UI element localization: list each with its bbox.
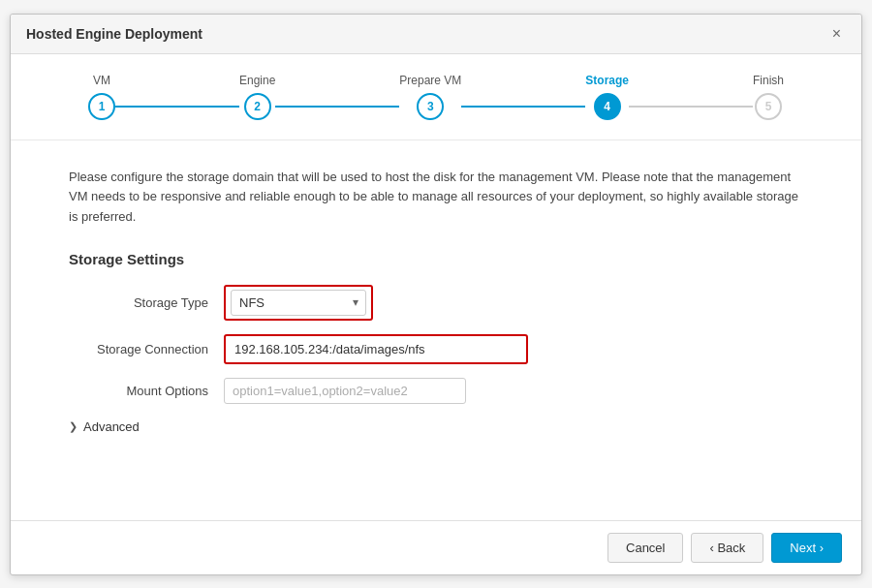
step-vm-label: VM bbox=[93, 74, 110, 87]
step-engine-bubble: 2 bbox=[244, 93, 271, 120]
step-engine-label: Engine bbox=[239, 74, 275, 87]
storage-connection-highlight bbox=[224, 334, 528, 364]
storage-connection-row: Storage Connection bbox=[69, 334, 803, 364]
dialog-content: Please configure the storage domain that… bbox=[11, 140, 861, 520]
step-storage: Storage 4 bbox=[585, 74, 629, 120]
mount-options-row: Mount Options bbox=[69, 378, 803, 404]
step-finish-label: Finish bbox=[753, 74, 784, 87]
next-button[interactable]: Next › bbox=[771, 533, 842, 563]
step-engine: Engine 2 bbox=[239, 74, 275, 120]
chevron-right-icon: ❯ bbox=[69, 420, 78, 433]
storage-type-highlight: NFS iSCSI FibreChannel POSIX bbox=[224, 285, 373, 321]
mount-options-input[interactable] bbox=[224, 378, 466, 404]
advanced-label: Advanced bbox=[83, 419, 140, 434]
hosted-engine-dialog: Hosted Engine Deployment × VM 1 Engine 2… bbox=[10, 14, 862, 575]
dialog-footer: Cancel ‹ Back Next › bbox=[11, 520, 861, 574]
connector-4-5 bbox=[629, 106, 753, 108]
step-finish-bubble: 5 bbox=[755, 93, 782, 120]
section-title: Storage Settings bbox=[69, 251, 803, 267]
connector-1-2 bbox=[115, 106, 239, 108]
advanced-section[interactable]: ❯ Advanced bbox=[69, 419, 803, 434]
step-prepare-vm: Prepare VM 3 bbox=[399, 74, 461, 120]
step-finish: Finish 5 bbox=[753, 74, 784, 120]
step-storage-label: Storage bbox=[585, 74, 629, 87]
storage-connection-label: Storage Connection bbox=[69, 342, 224, 356]
dialog-title: Hosted Engine Deployment bbox=[26, 26, 202, 42]
dialog-header: Hosted Engine Deployment × bbox=[11, 15, 861, 54]
back-button[interactable]: ‹ Back bbox=[691, 533, 763, 563]
storage-type-row: Storage Type NFS iSCSI FibreChannel POSI… bbox=[69, 285, 803, 321]
step-vm: VM 1 bbox=[88, 74, 115, 120]
cancel-button[interactable]: Cancel bbox=[607, 533, 683, 563]
connector-2-3 bbox=[275, 106, 399, 108]
stepper: VM 1 Engine 2 Prepare VM 3 Storage 4 Fin… bbox=[11, 54, 861, 140]
step-prepare-vm-bubble: 3 bbox=[417, 93, 444, 120]
step-prepare-vm-label: Prepare VM bbox=[399, 74, 461, 87]
mount-options-label: Mount Options bbox=[69, 384, 224, 398]
storage-type-select[interactable]: NFS iSCSI FibreChannel POSIX bbox=[231, 290, 366, 316]
storage-type-label: Storage Type bbox=[69, 295, 224, 310]
description-text: Please configure the storage domain that… bbox=[69, 168, 803, 228]
storage-type-select-wrapper[interactable]: NFS iSCSI FibreChannel POSIX bbox=[231, 290, 366, 316]
close-button[interactable]: × bbox=[827, 24, 846, 44]
connector-3-4 bbox=[461, 106, 585, 108]
step-storage-bubble: 4 bbox=[594, 93, 621, 120]
storage-connection-input[interactable] bbox=[231, 339, 521, 359]
step-vm-bubble: 1 bbox=[88, 93, 115, 120]
